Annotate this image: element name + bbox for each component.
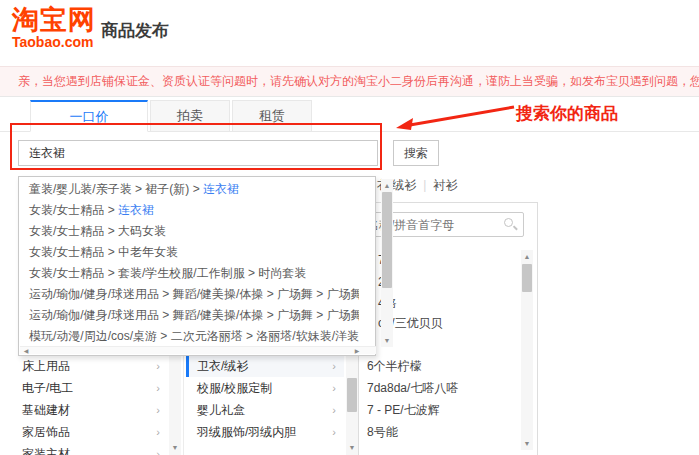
suggestion-item[interactable]: 女装/女士精品 > 连衣裙 [19,200,359,221]
search-button[interactable]: 搜索 [393,140,439,166]
scroll-left-arrow-icon[interactable]: ◀ [21,347,31,355]
chevron-right-icon: › [156,355,160,377]
suggestion-list: 童装/婴儿装/亲子装 > 裙子(新) > 连衣裙 女装/女士精品 > 连衣裙 女… [19,179,359,347]
annotation-label: 搜索你的商品 [516,102,618,125]
chevron-right-icon: › [332,355,336,377]
brand-item[interactable]: 6个半柠檬 [367,355,517,377]
dropdown-scrollbar-horizontal[interactable]: ◀ ▶ [20,346,376,354]
brand-item-clipped[interactable]: 7 [378,250,518,270]
scroll-right-arrow-icon[interactable]: ▶ [352,347,362,355]
chevron-right-icon: › [332,399,336,421]
category-item-building-materials[interactable]: 基础建材› [18,399,168,421]
suggestion-item[interactable]: 童装/婴儿装/亲子装 > 裙子(新) > 连衣裙 [19,179,359,200]
chevron-right-icon: › [156,377,160,399]
category-column-2-scrollbar[interactable]: ▼ [346,354,358,455]
tab-fixed-price[interactable]: 一口价 [30,100,148,132]
suggestion-item[interactable]: 女装/女士精品 > 套装/学生校服/工作制服 > 时尚套装 [19,263,359,284]
security-notice-text: 亲，当您遇到店铺保证金、资质认证等问题时，请先确认对方的淘宝小二身份后再沟通，谨… [18,74,699,88]
category-item-home-improvement[interactable]: 家装主材› [18,443,168,455]
category-item-hoodies[interactable]: 卫衣/绒衫› [186,355,344,377]
brand-item-clipped[interactable]: ob/三优贝贝 [378,313,518,333]
taobao-logo-cn: 淘宝网 [12,6,102,34]
suggestion-item[interactable]: 模玩/动漫/周边/cos/桌游 > 二次元洛丽塔 > 洛丽塔/软妹装/洋装 [19,326,359,347]
chevron-right-icon: › [156,399,160,421]
scroll-down-arrow-icon[interactable]: ▼ [169,442,181,453]
taobao-logo[interactable]: 淘宝网 Taobao.com [12,6,102,50]
suggestion-item[interactable]: 女装/女士精品 > 中老年女装 [19,242,359,263]
chevron-right-icon: › [156,421,160,443]
brand-list-scrollbar[interactable]: ▲ ▼ [521,250,533,450]
search-magnifier-icon[interactable] [504,218,517,231]
suggestion-item[interactable]: 运动/瑜伽/健身/球迷用品 > 舞蹈/健美操/体操 > 广场舞 > 广场舞套装 [19,305,359,326]
suggestion-item[interactable]: 女装/女士精品 > 大码女装 [19,221,359,242]
security-notice-bar: 亲，当您遇到店铺保证金、资质认证等问题时，请先确认对方的淘宝小二身份后再沟通，谨… [0,66,699,97]
suggestion-item[interactable]: 运动/瑜伽/健身/球迷用品 > 舞蹈/健美操/体操 > 广场舞 > 广场舞连衣裙 [19,284,359,305]
tab-lease[interactable]: 租赁 [232,100,312,132]
category-item-electronics[interactable]: 电子/电工› [18,377,168,399]
scrollbar-thumb[interactable] [382,192,392,288]
brand-item[interactable]: 7 - PE/七波辉 [367,399,517,421]
category-item-bedding[interactable]: 床上用品› [18,355,168,377]
brand-item-clipped[interactable]: 2b [378,272,518,292]
scroll-down-arrow-icon[interactable]: ▼ [521,438,533,449]
product-search-input[interactable] [18,140,378,166]
category-suggestion-dropdown: 童装/婴儿装/亲子装 > 裙子(新) > 连衣裙 女装/女士精品 > 连衣裙 女… [18,176,376,356]
category-column-1-scrollbar[interactable]: ▼ [169,354,181,455]
dropdown-scrollbar-vertical[interactable]: ▲ ▼ [381,179,393,347]
scrollbar-thumb[interactable] [522,264,532,292]
category-item-down-clothing[interactable]: 羽绒服饰/羽绒内胆› [186,421,344,443]
matched-keyword: 连衣裙 [203,182,239,196]
scrollbar-thumb[interactable] [347,378,357,412]
column-divider [183,354,184,455]
annotation-arrow-icon [396,100,521,134]
scroll-down-arrow-icon[interactable]: ▼ [346,442,358,453]
chevron-right-icon: › [332,377,336,399]
scroll-down-arrow-icon[interactable]: ▼ [381,335,393,346]
scroll-up-arrow-icon[interactable]: ▲ [521,251,533,262]
chevron-right-icon: › [156,443,160,455]
tab-auction[interactable]: 拍卖 [150,100,230,132]
breadcrumb-separator: | [423,178,426,192]
brand-item-clipped[interactable]: 4路 [378,293,518,313]
taobao-logo-en: Taobao.com [12,34,102,50]
chevron-right-icon: › [332,421,336,443]
category-item-home-decor[interactable]: 家居饰品› [18,421,168,443]
publish-page: 淘宝网 Taobao.com 商品发布 亲，当您遇到店铺保证金、资质认证等问题时… [0,0,699,455]
scroll-up-arrow-icon[interactable]: ▲ [381,180,393,191]
matched-keyword: 连衣裙 [118,203,154,217]
category-item-baby-gift-box[interactable]: 婴儿礼盒› [186,399,344,421]
brand-item[interactable]: 7da8da/七嗒八嗒 [367,377,517,399]
brand-item[interactable]: 8号能 [367,421,517,443]
category-item-school-uniform[interactable]: 校服/校服定制› [186,377,344,399]
page-title: 商品发布 [101,19,169,42]
